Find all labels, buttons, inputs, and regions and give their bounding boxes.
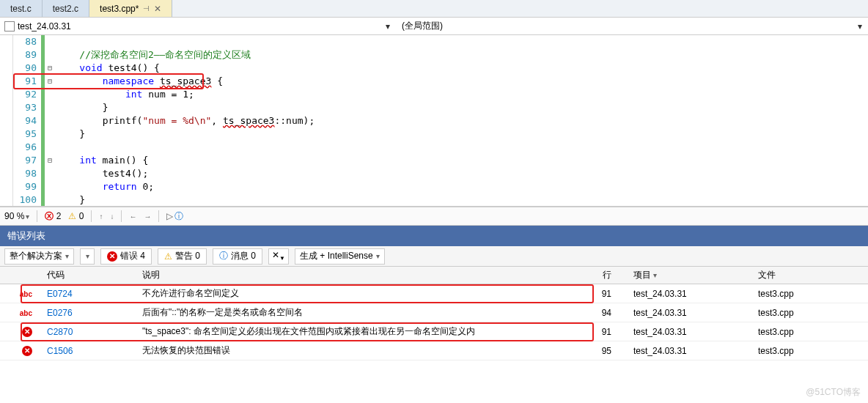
col-line[interactable]: 行 bbox=[589, 269, 626, 281]
nav-back-icon[interactable]: ← bbox=[129, 212, 136, 221]
editor-status-bar: 90 %▾ ⓧ 2 ⚠ 0 ↑ ↓ ← → ▷ⓘ bbox=[0, 207, 868, 226]
nav-up-icon[interactable]: ↑ bbox=[99, 212, 103, 221]
error-list-toolbar: 整个解决方案▾ ▾ ✕错误 4 ⚠警告 0 ⓘ消息 0 ✕▼ 生成 + Inte… bbox=[0, 246, 868, 267]
errors-toggle[interactable]: ✕错误 4 bbox=[100, 248, 152, 265]
code-content[interactable]: //深挖命名空间2——命名空间的定义区域 void test4() { name… bbox=[55, 35, 868, 206]
error-count[interactable]: ⓧ 2 bbox=[45, 210, 61, 223]
tab-testc[interactable]: test.c bbox=[0, 0, 43, 17]
nav-breadcrumb: test_24.03.31 ▾ (全局范围) ▾ bbox=[0, 18, 868, 35]
table-row[interactable]: ✕C1506无法恢复的块范围错误95test_24.03.31test3.cpp bbox=[0, 341, 868, 361]
error-list-title: 错误列表 bbox=[0, 226, 868, 246]
zoom-selector[interactable]: 90 %▾ bbox=[4, 211, 29, 221]
messages-toggle[interactable]: ⓘ消息 0 bbox=[213, 248, 262, 265]
col-desc[interactable]: 说明 bbox=[135, 269, 589, 281]
table-row[interactable]: abcE0724不允许进行命名空间定义91test_24.03.31test3.… bbox=[0, 284, 868, 303]
table-row[interactable]: ✕C2870"ts_space3": 命名空间定义必须出现在文件范围内或紧接着出… bbox=[0, 322, 868, 341]
member-selector[interactable]: (全局范围) ▾ bbox=[396, 20, 868, 32]
nav-fwd-icon[interactable]: → bbox=[144, 212, 151, 221]
tab-bar: test.ctest2.ctest3.cpp*⊣✕ bbox=[0, 0, 868, 18]
close-icon[interactable]: ✕ bbox=[154, 4, 161, 14]
table-row[interactable]: abcE0276后面有"::"的名称一定是类名或命名空间名94test_24.0… bbox=[0, 303, 868, 322]
error-icon: ✕ bbox=[22, 346, 32, 356]
filter-toggle[interactable]: ✕▼ bbox=[268, 248, 289, 265]
build-filter[interactable]: 生成 + IntelliSense▾ bbox=[295, 248, 385, 265]
error-icon: ✕ bbox=[22, 327, 32, 337]
tab-test2c[interactable]: test2.c bbox=[43, 0, 89, 17]
quick-info-icon[interactable]: ▷ⓘ bbox=[166, 210, 183, 223]
scope-selector[interactable]: test_24.03.31 ▾ bbox=[0, 21, 396, 32]
col-code[interactable]: 代码 bbox=[40, 269, 135, 281]
intellisense-error-icon: abc bbox=[20, 290, 32, 298]
breakpoint-margin[interactable] bbox=[0, 35, 13, 206]
nav-down-icon[interactable]: ↓ bbox=[110, 212, 114, 221]
table-header[interactable]: 代码 说明 行 项目 ▾ 文件 bbox=[0, 267, 868, 284]
code-editor[interactable]: 888990919293949596979899100 ⊟⊟⊟ //深挖命名空间… bbox=[0, 35, 868, 207]
fold-gutter[interactable]: ⊟⊟⊟ bbox=[45, 35, 55, 206]
chevron-down-icon[interactable]: ▾ bbox=[386, 21, 390, 32]
watermark: @51CTO博客 bbox=[806, 386, 861, 399]
scope-icon bbox=[4, 21, 15, 32]
scope-text: test_24.03.31 bbox=[18, 21, 71, 32]
error-table: 代码 说明 行 项目 ▾ 文件 abcE0724不允许进行命名空间定义91tes… bbox=[0, 267, 868, 361]
warning-count[interactable]: ⚠ 0 bbox=[68, 211, 84, 221]
filter-dropdown[interactable]: ▾ bbox=[80, 248, 95, 265]
col-proj[interactable]: 项目 ▾ bbox=[626, 269, 751, 281]
line-number-gutter: 888990919293949596979899100 bbox=[13, 35, 41, 206]
solution-filter[interactable]: 整个解决方案▾ bbox=[4, 248, 74, 265]
member-text: (全局范围) bbox=[402, 20, 443, 32]
tab-test3cpp[interactable]: test3.cpp*⊣✕ bbox=[89, 0, 172, 17]
intellisense-error-icon: abc bbox=[20, 309, 32, 317]
pin-icon[interactable]: ⊣ bbox=[143, 4, 150, 12]
col-file[interactable]: 文件 bbox=[751, 269, 868, 281]
chevron-down-icon[interactable]: ▾ bbox=[858, 21, 862, 32]
warnings-toggle[interactable]: ⚠警告 0 bbox=[158, 248, 207, 265]
